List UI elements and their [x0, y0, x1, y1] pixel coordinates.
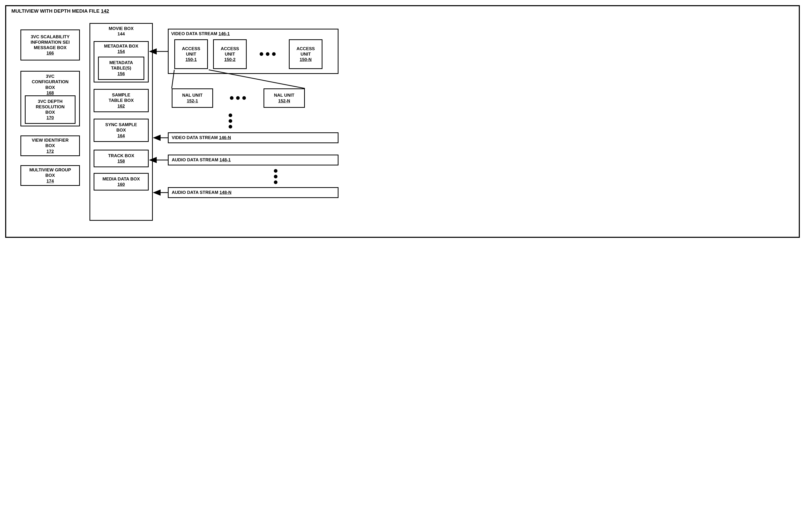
- mediadata-ref: 160: [117, 182, 125, 187]
- au2-l2: UNIT: [225, 52, 235, 57]
- ellipsis-ads-icon: [274, 169, 278, 184]
- ellipsis-au-icon: [260, 52, 276, 56]
- sync-sample-box: SYNC SAMPLE BOX 164: [94, 119, 149, 142]
- mvgroup-ref: 174: [46, 178, 54, 184]
- vds1-title: VIDEO DATA STREAM: [171, 31, 217, 36]
- ads1-title-row: AUDIO DATA STREAM 148-1: [172, 157, 231, 163]
- media-data-box: MEDIA DATA BOX 160: [94, 173, 149, 191]
- ads1-ref: 148-1: [220, 157, 231, 162]
- multiview-group-box: MULTIVIEW GROUP BOX 174: [20, 165, 80, 186]
- viewid-l2: BOX: [45, 143, 55, 148]
- movie-title: MOVIE BOX: [109, 26, 133, 31]
- sample-ref: 162: [117, 103, 125, 109]
- audio-data-stream-1: AUDIO DATA STREAM 148-1: [168, 155, 338, 166]
- au1-ref: 150-1: [185, 57, 196, 62]
- adsn-title: AUDIO DATA STREAM: [172, 190, 218, 195]
- track-ref: 158: [117, 158, 125, 164]
- sei-l1: 3VC SCALABILITY: [31, 34, 70, 40]
- naln-ref: 152-N: [278, 98, 290, 104]
- metatable-l2: TABLE(S): [111, 65, 131, 71]
- file-title-text: MULTIVIEW WITH DEPTH MEDIA FILE: [12, 8, 99, 14]
- sei-l2: INFORMATION SEI: [31, 40, 70, 45]
- sync-l2: BOX: [116, 128, 126, 133]
- config-l2: CONFIGURATION: [32, 79, 69, 84]
- nal-unit-1: NAL UNIT 152-1: [172, 89, 213, 108]
- sei-message-box: 3VC SCALABILITY INFORMATION SEI MESSAGE …: [20, 30, 80, 60]
- adsn-ref: 148-N: [220, 190, 231, 195]
- sample-l2: TABLE BOX: [109, 98, 134, 103]
- au2-ref: 150-2: [224, 57, 235, 62]
- metabox-title: METADATA BOX: [104, 43, 138, 49]
- ads1-title: AUDIO DATA STREAM: [172, 157, 218, 162]
- mvgroup-l2: BOX: [45, 173, 55, 178]
- config-l1: 3VC: [46, 74, 54, 79]
- video-data-stream-n: VIDEO DATA STREAM 146-N: [168, 132, 338, 143]
- depth-l3: BOX: [45, 110, 55, 115]
- viewid-l1: VIEW IDENTIFIER: [32, 137, 69, 143]
- metatable-ref: 156: [117, 71, 125, 77]
- config-ref: 168: [46, 90, 54, 96]
- aun-l2: UNIT: [300, 52, 311, 57]
- track-box: TRACK BOX 158: [94, 150, 149, 167]
- au1-l1: ACCESS: [182, 46, 201, 52]
- sei-l3: MESSAGE BOX: [34, 45, 67, 51]
- file-container: MULTIVIEW WITH DEPTH MEDIA FILE 142 3VC …: [5, 5, 800, 238]
- viewid-ref: 172: [46, 149, 54, 154]
- depth-l2: RESOLUTION: [36, 104, 64, 110]
- metatable-l1: METADATA: [109, 60, 133, 65]
- nal1-title: NAL UNIT: [182, 93, 203, 98]
- config-l3: BOX: [45, 85, 55, 90]
- aun-l1: ACCESS: [297, 46, 315, 52]
- naln-title: NAL UNIT: [274, 93, 294, 98]
- adsn-title-row: AUDIO DATA STREAM 148-N: [172, 190, 231, 195]
- sample-table-box: SAMPLE TABLE BOX 162: [94, 89, 149, 112]
- access-unit-1: ACCESS UNIT 150-1: [174, 39, 208, 69]
- file-title-ref: 142: [101, 8, 109, 14]
- audio-data-stream-n: AUDIO DATA STREAM 148-N: [168, 187, 338, 198]
- movie-ref: 144: [117, 31, 125, 37]
- mvgroup-l1: MULTIVIEW GROUP: [29, 167, 71, 173]
- depth-resolution-box: 3VC DEPTH RESOLUTION BOX 170: [25, 95, 75, 124]
- nal1-ref: 152-1: [187, 98, 198, 104]
- sync-l1: SYNC SAMPLE: [105, 122, 137, 128]
- vds1-title-row: VIDEO DATA STREAM 146-1: [171, 31, 230, 36]
- depth-ref: 170: [46, 115, 54, 120]
- sample-l1: SAMPLE: [112, 92, 130, 98]
- depth-l1: 3VC DEPTH: [38, 99, 62, 104]
- aun-ref: 150-N: [300, 57, 312, 62]
- nal-unit-n: NAL UNIT 152-N: [263, 89, 305, 108]
- track-title: TRACK BOX: [108, 153, 134, 158]
- metabox-ref: 154: [117, 49, 125, 54]
- vdsn-title-row: VIDEO DATA STREAM 146-N: [172, 135, 231, 140]
- access-unit-n: ACCESS UNIT 150-N: [289, 39, 322, 69]
- vdsn-ref: 146-N: [219, 135, 231, 140]
- access-unit-2: ACCESS UNIT 150-2: [213, 39, 247, 69]
- view-identifier-box: VIEW IDENTIFIER BOX 172: [20, 135, 80, 156]
- vdsn-title: VIDEO DATA STREAM: [172, 135, 218, 140]
- mediadata-title: MEDIA DATA BOX: [102, 176, 140, 182]
- sei-ref: 166: [46, 51, 54, 56]
- au2-l1: ACCESS: [221, 46, 239, 52]
- sync-ref: 164: [117, 133, 125, 138]
- au1-l2: UNIT: [186, 52, 196, 57]
- metadata-tables-box: METADATA TABLE(S) 156: [98, 57, 144, 80]
- ellipsis-vds-icon: [229, 113, 232, 129]
- file-title: MULTIVIEW WITH DEPTH MEDIA FILE 142: [12, 8, 109, 14]
- ellipsis-nal-icon: [230, 96, 246, 100]
- vds1-ref: 146-1: [219, 31, 230, 36]
